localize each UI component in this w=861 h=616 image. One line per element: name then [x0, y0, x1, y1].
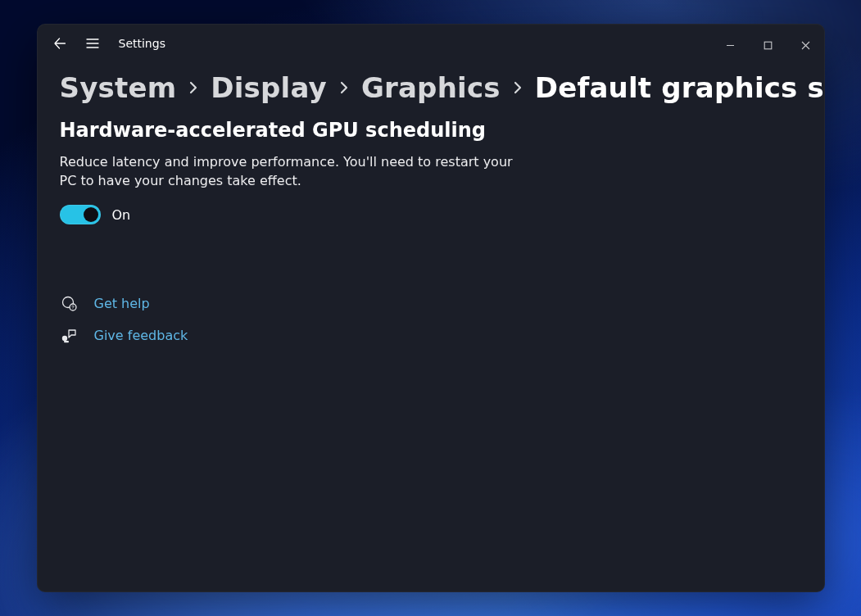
help-links: ? Get help Give feedback — [60, 295, 805, 343]
help-icon: ? — [60, 295, 78, 311]
hamburger-icon — [86, 38, 99, 48]
breadcrumb-graphics[interactable]: Graphics — [361, 71, 501, 104]
chevron-right-icon — [188, 79, 199, 96]
chevron-right-icon — [338, 79, 350, 96]
page-content: System Display Graphics Default graphics… — [37, 63, 825, 592]
breadcrumb-display[interactable]: Display — [211, 71, 327, 104]
give-feedback-label: Give feedback — [94, 328, 188, 343]
arrow-left-icon — [53, 37, 66, 50]
svg-rect-0 — [764, 42, 772, 49]
nav-menu-button[interactable] — [76, 27, 109, 60]
window-controls — [712, 28, 825, 59]
gpu-scheduling-toggle-row: On — [60, 205, 805, 224]
feedback-icon — [60, 328, 78, 343]
get-help-link[interactable]: ? Get help — [60, 295, 805, 311]
toggle-knob — [84, 207, 98, 222]
app-title: Settings — [119, 37, 165, 50]
gpu-scheduling-toggle[interactable] — [60, 205, 101, 224]
svg-rect-5 — [64, 341, 69, 342]
breadcrumb-current: Default graphics settings — [535, 71, 825, 104]
maximize-button[interactable] — [750, 31, 787, 59]
minimize-icon — [726, 41, 735, 50]
close-button[interactable] — [787, 31, 825, 59]
section-heading: Hardware-accelerated GPU scheduling — [60, 119, 805, 142]
svg-point-4 — [61, 336, 66, 341]
give-feedback-link[interactable]: Give feedback — [60, 328, 805, 343]
get-help-label: Get help — [94, 296, 150, 311]
back-button[interactable] — [43, 27, 76, 60]
breadcrumb: System Display Graphics Default graphics… — [60, 71, 805, 104]
chevron-right-icon — [512, 79, 523, 96]
toggle-state-label: On — [112, 207, 131, 223]
breadcrumb-system[interactable]: System — [60, 71, 177, 104]
section-description: Reduce latency and improve performance. … — [60, 153, 519, 190]
close-icon — [801, 41, 810, 50]
settings-window: Settings System Display Graphics Default… — [37, 24, 825, 592]
titlebar: Settings — [37, 24, 825, 63]
minimize-button[interactable] — [712, 31, 750, 59]
maximize-icon — [764, 41, 773, 50]
